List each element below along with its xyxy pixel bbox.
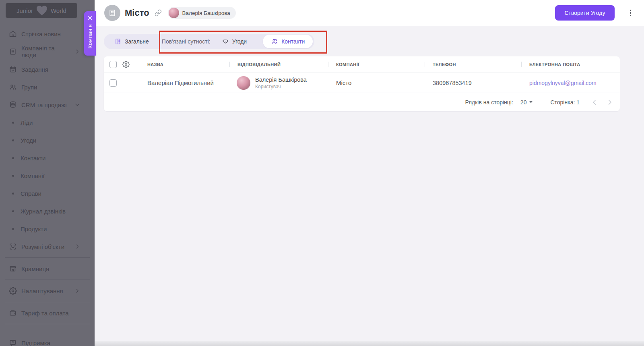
column-header-responsible[interactable]: ВІДПОВІДАЛЬНИЙ: [229, 62, 328, 67]
table-row[interactable]: Валеріан Підмогильний Валерія Башкірова …: [104, 73, 620, 93]
page-indicator: Сторінка: 1: [550, 99, 580, 106]
rows-per-page-value: 20: [520, 99, 527, 106]
sidebar-item-news-feed[interactable]: Стрічка новин: [0, 25, 95, 43]
sidebar-item-groups[interactable]: Групи: [0, 78, 95, 96]
sidebar-subitem-contacts[interactable]: Контакти: [0, 149, 95, 167]
sidebar-item-label: Розумні об'єкти: [21, 243, 64, 250]
horizontal-scrollbar[interactable]: [95, 341, 644, 346]
main-area: Місто Валерія Башкірова Створити Угоду З…: [95, 0, 644, 346]
next-page-icon[interactable]: [606, 99, 613, 106]
owner-chip[interactable]: Валерія Башкірова: [168, 7, 236, 19]
app-logo[interactable]: Junior World: [6, 3, 77, 18]
sidebar-item-label: Тариф та оплата: [21, 310, 69, 317]
page-title: Місто: [125, 8, 149, 18]
entity-tabs: Загальне Пов'язані сутності: Угоди Конта…: [104, 34, 314, 49]
bullet-icon: [12, 157, 14, 159]
sidebar-item-label: Стрічка новин: [21, 31, 61, 37]
column-settings-gear-icon[interactable]: [122, 61, 130, 68]
column-header-company[interactable]: КОМПАНІЇ: [328, 62, 425, 67]
bullet-icon: [12, 228, 14, 230]
sidebar-subitem-label: Ліди: [21, 119, 33, 126]
chevron-right-icon: [74, 49, 80, 54]
home-icon: [9, 30, 17, 38]
sidebar-subitem-label: Угоди: [21, 137, 36, 144]
rows-per-page-label: Рядків на сторінці:: [465, 99, 513, 106]
create-deal-button[interactable]: Створити Угоду: [555, 5, 614, 21]
tab-label: Контакти: [281, 38, 305, 45]
column-header-email[interactable]: ЕЛЕКТРОННА ПОШТА: [521, 62, 620, 67]
sidebar-subitem-leads[interactable]: Ліди: [0, 114, 95, 131]
sidebar-subitem-products[interactable]: Продукти: [0, 220, 95, 238]
sidebar-item-label: Налаштування: [21, 288, 63, 294]
sidebar-subitem-label: Журнал дзвінків: [21, 208, 66, 215]
sidebar-subitem-call-log[interactable]: Журнал дзвінків: [0, 202, 95, 220]
sidebar-subitem-companies[interactable]: Компанії: [0, 167, 95, 184]
sidebar-item-label: Завдання: [21, 66, 48, 73]
building-icon: [9, 48, 17, 56]
rows-per-page-select[interactable]: 20: [520, 99, 533, 106]
sidebar-item-tasks[interactable]: Завдання: [0, 60, 95, 78]
column-header-phone[interactable]: ТЕЛЕФОН: [425, 62, 521, 67]
sidebar-item-tariff-payment[interactable]: Тариф та оплата: [0, 304, 95, 322]
kebab-menu-icon[interactable]: [628, 8, 633, 18]
responsible-role: Користувач: [255, 84, 307, 89]
bullet-icon: [12, 193, 14, 195]
tab-deals[interactable]: Угоди: [215, 34, 254, 49]
logo-heart-icon: [36, 5, 48, 16]
sidebar-subitem-label: Справи: [21, 190, 41, 197]
sidebar-subitem-label: Контакти: [21, 155, 45, 162]
contacts-table: НАЗВА ВІДПОВІДАЛЬНИЙ КОМПАНІЇ ТЕЛЕФОН ЕЛ…: [104, 56, 620, 111]
table-header-row: НАЗВА ВІДПОВІДАЛЬНИЙ КОМПАНІЇ ТЕЛЕФОН ЕЛ…: [104, 56, 620, 73]
help-chat-icon: [9, 339, 17, 346]
entity-avatar: [104, 5, 120, 21]
tab-label: Угоди: [232, 38, 247, 45]
sidebar-subitem-cases[interactable]: Справи: [0, 184, 95, 202]
sidebar-item-label: CRM та продажі: [21, 102, 66, 108]
close-icon[interactable]: [87, 15, 93, 21]
people-icon: [9, 83, 17, 91]
email-link[interactable]: pidmogylnyval@gmail.com: [521, 80, 620, 86]
sidebar-item-shop[interactable]: Крамниця: [0, 260, 95, 278]
building-icon: [108, 9, 116, 17]
sidebar-item-label: Крамниця: [21, 265, 49, 272]
sidebar-item-support[interactable]: Підтримка: [0, 334, 95, 346]
owner-name: Валерія Башкірова: [182, 10, 230, 16]
prev-page-icon[interactable]: [591, 99, 598, 106]
chevron-right-icon: [74, 244, 80, 249]
logo-text-right: World: [51, 7, 66, 14]
bullet-icon: [12, 210, 14, 212]
drawer-tab-label: Компанія: [87, 24, 93, 48]
related-entities-label: Пов'язані сутності:: [157, 38, 215, 45]
chevron-down-icon: [74, 102, 80, 108]
tab-contacts[interactable]: Контакти: [263, 35, 313, 48]
responsible-name: Валерія Башкірова: [255, 77, 307, 83]
page-header: Місто Валерія Башкірова Створити Угоду: [95, 0, 644, 26]
avatar: [237, 76, 250, 90]
sidebar-item-company-people[interactable]: Компанія та люди: [0, 43, 95, 60]
bullet-icon: [12, 139, 14, 141]
sidebar-item-crm-sales[interactable]: CRM та продажі: [0, 96, 95, 114]
select-all-checkbox[interactable]: [109, 61, 117, 68]
company-cell: Місто: [328, 79, 425, 86]
logo-text-left: Junior: [17, 7, 33, 14]
row-checkbox[interactable]: [109, 79, 117, 87]
calendar-icon: [9, 65, 17, 73]
gear-icon: [9, 287, 17, 295]
column-header-name[interactable]: НАЗВА: [139, 62, 229, 67]
company-drawer-tab[interactable]: Компанія: [84, 11, 96, 56]
contact-name-cell[interactable]: Валеріан Підмогильний: [139, 79, 229, 86]
bullet-icon: [12, 122, 14, 124]
sidebar-item-smart-objects[interactable]: Розумні об'єкти: [0, 238, 95, 255]
document-icon: [114, 38, 122, 45]
phone-cell: 380967853419: [425, 80, 521, 86]
divider: [5, 280, 90, 280]
responsible-cell: Валерія Башкірова Користувач: [229, 76, 328, 90]
tab-general[interactable]: Загальне: [106, 34, 157, 49]
tab-label: Загальне: [125, 38, 149, 45]
sidebar-item-settings[interactable]: Налаштування: [0, 282, 95, 300]
caret-down-icon: [529, 101, 533, 103]
storefront-icon: [9, 265, 17, 273]
link-icon[interactable]: [155, 9, 162, 17]
sidebar-subitem-label: Продукти: [21, 226, 47, 232]
sidebar-subitem-deals[interactable]: Угоди: [0, 131, 95, 149]
